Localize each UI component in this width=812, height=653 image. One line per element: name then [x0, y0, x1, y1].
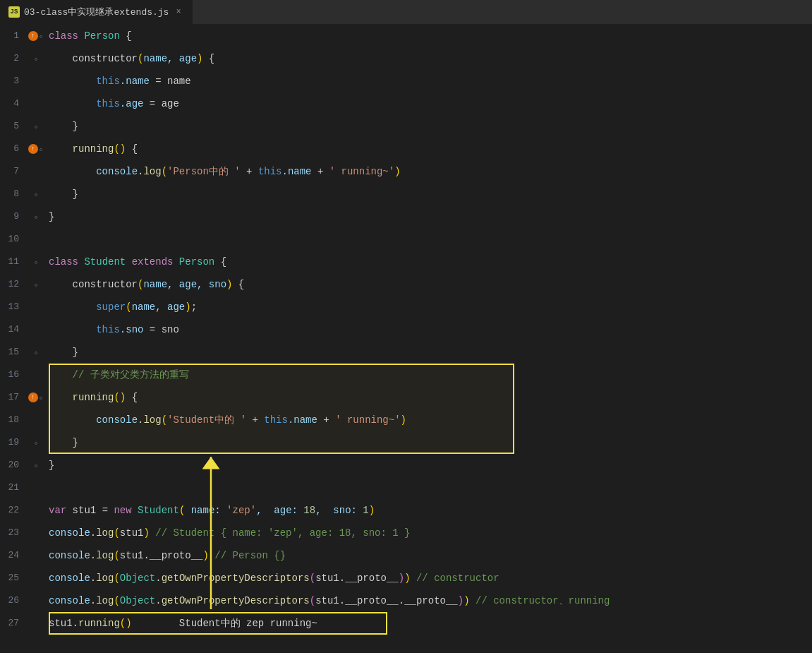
code-line: console.log(stu1.__proto__) // Person {}: [49, 544, 798, 567]
token: 'zep': [221, 505, 256, 516]
gutter-cell: ⬦: [25, 454, 46, 477]
token: {: [214, 256, 226, 268]
token: = sno: [143, 324, 178, 335]
token: [49, 414, 96, 426]
token: var: [49, 505, 66, 516]
code-line: }: [49, 341, 798, 364]
token: constructor: [49, 279, 138, 290]
token: Object: [120, 573, 155, 584]
token: ): [401, 414, 406, 426]
line-number: 10: [0, 228, 25, 251]
line-number: 9: [0, 205, 25, 228]
code-line: }: [49, 454, 798, 477]
fold-icon: ⬦: [34, 462, 38, 469]
token: = age: [143, 98, 178, 109]
tab-label: 03-class中实现继承extends.js: [24, 6, 169, 18]
file-tab[interactable]: JS 03-class中实现继承extends.js ×: [0, 0, 193, 24]
token: (: [114, 595, 119, 606]
fold-icon: ⬦: [34, 213, 38, 221]
gutter-cell: [25, 92, 46, 115]
fold-icon: ⬦: [34, 349, 38, 357]
token: this: [96, 76, 120, 87]
token: [49, 166, 96, 177]
token: console: [49, 550, 90, 561]
token: log: [143, 166, 161, 177]
token: console: [49, 527, 90, 539]
fold-icon: ⬦: [39, 32, 43, 40]
token: ): [197, 53, 202, 64]
gutter-cell: [25, 567, 46, 589]
gutter-cell: [25, 522, 46, 544]
code-line: constructor(name, age) {: [49, 47, 798, 70]
token: class: [49, 256, 78, 268]
token: [49, 98, 96, 109]
token: }: [49, 347, 78, 358]
token: .: [73, 618, 78, 629]
token: }: [49, 460, 54, 471]
gutter-cell: [25, 544, 46, 567]
tab-close-button[interactable]: ×: [173, 6, 183, 18]
token: (: [179, 505, 185, 516]
gutter-cell: ⬦: [25, 183, 46, 205]
run-icon[interactable]: ↑: [28, 31, 38, 41]
code-line: class Student extends Person {: [49, 251, 798, 273]
token: stu1 =: [66, 505, 114, 516]
token: getOwnPropertyDescriptors: [162, 595, 310, 606]
run-icon[interactable]: ↑: [28, 393, 38, 402]
code-col[interactable]: class Person { constructor(name, age) { …: [46, 25, 812, 653]
token: +: [317, 414, 335, 426]
code-line: running() {: [49, 138, 798, 160]
token: Person: [84, 30, 119, 42]
code-line: console.log('Student中的 ' + this.name + '…: [49, 409, 798, 431]
token: .sno: [120, 324, 144, 335]
line-number: 15: [0, 341, 25, 364]
line-number: 13: [0, 296, 25, 318]
code-line: stu1.running() Student中的 zep running~: [49, 612, 798, 635]
token: +: [312, 166, 329, 177]
tab-bar: JS 03-class中实现继承extends.js ×: [0, 0, 812, 25]
token: console: [96, 414, 138, 426]
token: 18: [298, 505, 315, 516]
token: [49, 301, 96, 313]
token: log: [96, 573, 114, 584]
code-line: constructor(name, age, sno) {: [49, 273, 798, 296]
token: {: [126, 392, 138, 403]
gutter-cell: ⬦: [25, 431, 46, 454]
token: super: [96, 301, 126, 313]
token: extends: [132, 256, 174, 268]
token: ): [463, 595, 469, 606]
gutter-cell: [25, 318, 46, 341]
token: .age: [120, 98, 144, 109]
code-line: }: [49, 183, 798, 205]
token: name, age: [143, 53, 197, 64]
token: .: [155, 573, 161, 584]
token: (: [138, 53, 143, 64]
run-icon[interactable]: ↑: [28, 144, 38, 154]
fold-icon: ⬦: [34, 191, 38, 198]
line-number: 11: [0, 251, 25, 273]
token: // Student { name: 'zep', age: 18, sno: …: [150, 527, 411, 539]
gutter-cell: [25, 409, 46, 431]
token: [78, 30, 84, 42]
gutter-cell: [25, 589, 46, 612]
token: console: [49, 595, 90, 606]
token: this: [264, 414, 288, 426]
token: [126, 256, 131, 268]
code-line: }: [49, 431, 798, 454]
line-number: 6: [0, 138, 25, 160]
token: this: [96, 98, 120, 109]
line-number: 17: [0, 386, 25, 409]
line-number: 25: [0, 567, 25, 589]
code-line: console.log(Object.getOwnPropertyDescrip…: [49, 589, 798, 612]
line-numbers-col: 1234567891011121314151617181920212223242…: [0, 25, 25, 653]
line-number: 26: [0, 589, 25, 612]
token: Student中的 zep running~: [132, 617, 317, 630]
fold-icon: ⬦: [34, 55, 38, 63]
token: +: [246, 414, 264, 426]
code-line: var stu1 = new Student( name: 'zep', age…: [49, 499, 798, 522]
fold-icon: ⬦: [34, 123, 38, 131]
editor-wrapper: 1234567891011121314151617181920212223242…: [0, 25, 812, 653]
line-number: 23: [0, 522, 25, 544]
token: running: [78, 618, 120, 629]
token: this: [258, 166, 282, 177]
